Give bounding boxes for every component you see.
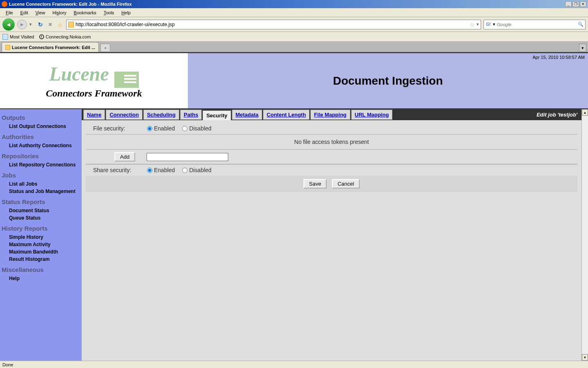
token-input[interactable] [147,153,228,161]
menu-edit[interactable]: Edit [17,9,31,16]
tab-connection[interactable]: Connection [106,110,143,120]
browser-tab-bar: Lucene Connectors Framework: Edit ... + … [0,42,588,52]
tab-security[interactable]: Security [203,110,231,120]
sidebar-heading-outputs: Outputs [1,111,81,123]
window-titlebar: Lucene Connectors Framework: Edit Job - … [0,0,588,8]
sidebar-link-list-repository[interactable]: List Repository Connections [1,161,81,168]
content-tab-strip: Name Connection Scheduling Paths Securit… [82,109,581,120]
page-title: Document Ingestion [333,74,443,88]
radio-share-enabled[interactable] [147,168,152,173]
radio-share-disabled[interactable] [182,168,187,173]
scroll-track[interactable] [582,116,588,354]
menu-bookmarks[interactable]: Bookmarks [71,9,100,16]
status-text: Done [2,362,13,367]
radio-file-disabled[interactable] [182,126,187,131]
home-icon[interactable]: ⌂ [56,21,64,28]
page-timestamp: Apr 15, 2010 10:58:57 AM [532,55,585,60]
edit-job-label: Edit job 'testjob' [537,112,580,118]
bookmark-most-visited[interactable]: Most Visited [2,34,34,40]
tab-scheduling[interactable]: Scheduling [143,110,179,120]
share-security-enabled[interactable]: Enabled [147,167,175,173]
restore-button[interactable]: ❐ [572,1,579,7]
tab-url-mapping[interactable]: URL Mapping [351,110,393,120]
url-input[interactable] [76,22,468,27]
save-button[interactable]: Save [303,179,327,188]
window-title: Lucene Connectors Framework: Edit Job - … [9,2,565,7]
share-security-radios: Enabled Disabled [147,167,212,173]
sidebar-link-status-jobs[interactable]: Status and Job Management [1,188,81,195]
add-button[interactable]: Add [114,152,135,162]
page-viewport: Lucene Connectors Framework Apr 15, 2010… [0,52,588,361]
banner: Apr 15, 2010 10:58:57 AM Document Ingest… [188,53,588,108]
url-favicon-icon [68,22,74,27]
browser-tab[interactable]: Lucene Connectors Framework: Edit ... [2,42,99,52]
tab-list-button[interactable]: ▾ [579,44,586,52]
sidebar-link-max-activity[interactable]: Maximum Activity [1,241,81,248]
menu-help[interactable]: Help [118,9,134,16]
back-button[interactable]: ◄ [2,18,15,31]
file-security-disabled[interactable]: Disabled [182,125,211,132]
sidebar-heading-authorities: Authorities [1,130,81,142]
window-controls: _ ❐ ✕ [565,1,586,7]
sidebar-heading-repositories: Repositories [1,149,81,161]
sidebar-link-max-bandwidth[interactable]: Maximum Bandwidth [1,248,81,256]
tab-name[interactable]: Name [83,110,105,120]
sidebar-heading-status-reports: Status Reports [1,195,81,207]
file-security-label: File security: [86,125,147,132]
vertical-scrollbar[interactable]: ▲ ▼ [581,109,588,361]
sidebar-link-list-authority[interactable]: List Authority Connections [1,142,81,149]
tab-paths[interactable]: Paths [180,110,202,120]
page-body: Outputs List Output Connections Authorit… [0,109,588,361]
share-security-row: Share security: Enabled Disabled [86,164,577,176]
content-area: Name Connection Scheduling Paths Securit… [82,109,581,361]
scroll-down-icon[interactable]: ▼ [582,354,588,361]
tab-content-length[interactable]: Content Length [263,110,310,120]
share-security-disabled[interactable]: Disabled [182,167,211,173]
bookmark-star-icon[interactable]: ☆ [470,21,475,28]
menu-file[interactable]: File [2,9,16,16]
file-security-enabled[interactable]: Enabled [147,125,175,132]
google-icon[interactable]: G! [486,22,491,27]
search-box[interactable]: G!▾ 🔍 [483,20,586,29]
sidebar-link-list-jobs[interactable]: List all Jobs [1,180,81,188]
file-security-row: File security: Enabled Disabled [86,123,577,135]
tab-favicon-icon [5,45,10,50]
menu-view[interactable]: View [32,9,49,16]
bookmark-nokia[interactable]: i Connecting.Nokia.com [39,34,91,39]
sidebar-heading-jobs: Jobs [1,168,81,180]
navigation-toolbar: ◄ ► ▾ ↻ ✖ ⌂ ☆ ▾ G!▾ 🔍 [0,17,588,32]
stop-icon[interactable]: ✖ [47,21,54,28]
menu-history[interactable]: History [49,9,69,16]
no-tokens-message: No file access tokens present [86,135,577,150]
search-icon[interactable]: 🔍 [578,22,584,27]
reload-icon[interactable]: ↻ [37,21,44,28]
sidebar-heading-misc: Miscellaneous [1,263,81,275]
form-buttons: Save Cancel [86,176,577,192]
info-icon: i [39,34,44,39]
logo-text: Lucene [49,63,109,85]
tab-metadata[interactable]: Metadata [232,110,262,120]
bookmark-label: Most Visited [10,34,34,39]
address-bar[interactable]: ☆ ▾ [66,20,481,29]
radio-file-enabled[interactable] [147,126,152,131]
new-tab-button[interactable]: + [100,44,110,52]
sidebar-link-result-histogram[interactable]: Result Histogram [1,256,81,263]
file-security-radios: Enabled Disabled [147,125,212,132]
history-dropdown[interactable]: ▾ [29,22,34,27]
scroll-up-icon[interactable]: ▲ [582,109,588,116]
sidebar-link-queue-status[interactable]: Queue Status [1,214,81,222]
menu-tools[interactable]: Tools [100,9,118,16]
search-input[interactable] [497,22,576,27]
url-dropdown-icon[interactable]: ▾ [477,22,479,27]
sidebar-link-document-status[interactable]: Document Status [1,207,81,214]
sidebar-link-list-output[interactable]: List Output Connections [1,123,81,130]
minimize-button[interactable]: _ [565,1,572,7]
tab-label: Lucene Connectors Framework: Edit ... [12,45,95,50]
close-button[interactable]: ✕ [580,1,586,7]
tab-file-mapping[interactable]: File Mapping [310,110,350,120]
most-visited-icon [2,34,8,40]
sidebar-link-simple-history[interactable]: Simple History [1,233,81,241]
cancel-button[interactable]: Cancel [332,179,360,188]
sidebar: Outputs List Output Connections Authorit… [0,109,82,361]
sidebar-link-help[interactable]: Help [1,275,81,282]
